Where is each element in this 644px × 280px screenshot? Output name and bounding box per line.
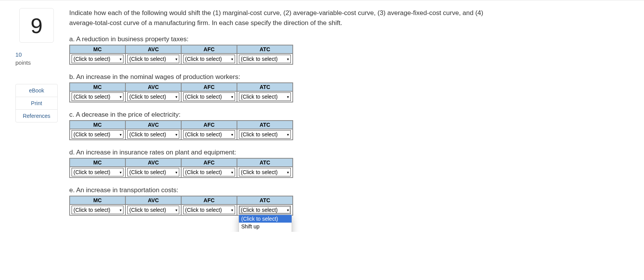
- select-d-afc[interactable]: (Click to select)▾: [183, 168, 235, 176]
- select-b-afc[interactable]: (Click to select)▾: [183, 92, 235, 101]
- select-e-atc-dropdown: (Click to select) Shift up Shift down No…: [239, 215, 292, 232]
- question-body: Indicate how each of the following would…: [69, 8, 492, 224]
- chevron-down-icon: ▾: [231, 170, 233, 174]
- select-a-avc[interactable]: (Click to select)▾: [127, 55, 179, 63]
- dropdown-option-placeholder[interactable]: (Click to select): [239, 215, 292, 223]
- select-c-atc[interactable]: (Click to select)▾: [239, 130, 291, 139]
- subquestion-b-table: MC AVC AFC ATC (Click to select)▾ (Click…: [69, 82, 293, 102]
- col-header-avc: AVC: [125, 45, 181, 54]
- references-link[interactable]: References: [16, 110, 57, 122]
- col-header-avc: AVC: [125, 83, 181, 91]
- select-b-avc[interactable]: (Click to select)▾: [127, 92, 179, 101]
- col-header-afc: AFC: [181, 196, 237, 205]
- col-header-avc: AVC: [125, 121, 181, 129]
- subquestion-d-table: MC AVC AFC ATC (Click to select)▾ (Click…: [69, 158, 293, 178]
- subquestion-c-table: MC AVC AFC ATC (Click to select)▾ (Click…: [69, 120, 293, 140]
- chevron-down-icon: ▾: [175, 170, 177, 174]
- chevron-down-icon: ▾: [175, 132, 177, 137]
- chevron-down-icon: ▾: [120, 57, 122, 61]
- chevron-down-icon: ▾: [287, 208, 289, 212]
- col-header-mc: MC: [70, 158, 125, 167]
- col-header-atc: ATC: [237, 121, 293, 129]
- chevron-down-icon: ▾: [120, 95, 122, 99]
- chevron-down-icon: ▾: [231, 132, 233, 137]
- chevron-down-icon: ▾: [120, 170, 122, 174]
- col-header-mc: MC: [70, 45, 125, 54]
- select-d-mc[interactable]: (Click to select)▾: [72, 168, 123, 176]
- subquestion-d-label: d. An increase in insurance rates on pla…: [69, 149, 492, 156]
- subquestion-c-label: c. A decrease in the price of electricit…: [69, 111, 492, 119]
- select-c-mc[interactable]: (Click to select)▾: [72, 130, 123, 139]
- select-d-atc[interactable]: (Click to select)▾: [239, 168, 291, 176]
- select-c-afc[interactable]: (Click to select)▾: [183, 130, 235, 139]
- chevron-down-icon: ▾: [120, 132, 122, 137]
- question-prompt: Indicate how each of the following would…: [69, 8, 492, 28]
- print-link[interactable]: Print: [16, 97, 57, 110]
- col-header-mc: MC: [70, 196, 125, 205]
- subquestion-d: d. An increase in insurance rates on pla…: [69, 149, 492, 178]
- col-header-afc: AFC: [181, 158, 237, 167]
- chevron-down-icon: ▾: [287, 170, 289, 174]
- dropdown-option-shift-up[interactable]: Shift up: [239, 223, 292, 230]
- col-header-avc: AVC: [125, 196, 181, 205]
- subquestion-e-label: e. An increase in transportation costs:: [69, 186, 492, 194]
- chevron-down-icon: ▾: [287, 132, 289, 137]
- col-header-atc: ATC: [237, 83, 293, 91]
- subquestion-b: b. An increase in the nominal wages of p…: [69, 73, 492, 102]
- subquestion-a-label: a. A reduction in business property taxe…: [69, 35, 492, 43]
- col-header-atc: ATC: [237, 196, 293, 205]
- points-block: 10 points: [15, 50, 31, 67]
- col-header-afc: AFC: [181, 83, 237, 91]
- select-d-avc[interactable]: (Click to select)▾: [127, 168, 179, 176]
- subquestion-e: e. An increase in transportation costs: …: [69, 186, 492, 216]
- left-sidebar: 9 10 points eBook Print References: [15, 8, 58, 224]
- select-b-mc[interactable]: (Click to select)▾: [72, 92, 123, 101]
- select-e-avc[interactable]: (Click to select)▾: [127, 206, 179, 214]
- select-e-mc[interactable]: (Click to select)▾: [72, 206, 123, 214]
- col-header-atc: ATC: [237, 158, 293, 167]
- chevron-down-icon: ▾: [287, 95, 289, 99]
- dropdown-option-shift-down[interactable]: Shift down: [239, 230, 292, 232]
- chevron-down-icon: ▾: [175, 95, 177, 99]
- select-b-atc[interactable]: (Click to select)▾: [239, 92, 291, 101]
- subquestion-b-label: b. An increase in the nominal wages of p…: [69, 73, 492, 81]
- select-c-avc[interactable]: (Click to select)▾: [127, 130, 179, 139]
- select-a-atc[interactable]: (Click to select)▾: [239, 55, 291, 63]
- chevron-down-icon: ▾: [175, 208, 177, 212]
- question-number-box: 9: [19, 8, 54, 43]
- resource-links: eBook Print References: [15, 84, 58, 122]
- col-header-atc: ATC: [237, 45, 293, 54]
- col-header-mc: MC: [70, 121, 125, 129]
- points-label: points: [15, 59, 31, 66]
- chevron-down-icon: ▾: [231, 57, 233, 61]
- select-e-atc[interactable]: (Click to select) ▾ (Click to select) Sh…: [239, 206, 291, 214]
- chevron-down-icon: ▾: [231, 95, 233, 99]
- col-header-afc: AFC: [181, 121, 237, 129]
- chevron-down-icon: ▾: [231, 208, 233, 212]
- chevron-down-icon: ▾: [120, 208, 122, 212]
- subquestion-c: c. A decrease in the price of electricit…: [69, 111, 492, 140]
- points-value: 10: [15, 51, 22, 58]
- select-a-afc[interactable]: (Click to select)▾: [183, 55, 235, 63]
- subquestion-a: a. A reduction in business property taxe…: [69, 35, 492, 65]
- select-e-afc[interactable]: (Click to select)▾: [183, 206, 235, 214]
- question-page: 9 10 points eBook Print References Indic…: [0, 0, 644, 232]
- chevron-down-icon: ▾: [287, 57, 289, 61]
- ebook-link[interactable]: eBook: [16, 84, 57, 97]
- col-header-mc: MC: [70, 83, 125, 91]
- subquestion-e-table: MC AVC AFC ATC (Click to select)▾ (Click…: [69, 196, 293, 216]
- col-header-afc: AFC: [181, 45, 237, 54]
- col-header-avc: AVC: [125, 158, 181, 167]
- select-a-mc[interactable]: (Click to select)▾: [72, 55, 123, 63]
- chevron-down-icon: ▾: [175, 57, 177, 61]
- subquestion-a-table: MC AVC AFC ATC (Click to select)▾ (Click…: [69, 45, 293, 65]
